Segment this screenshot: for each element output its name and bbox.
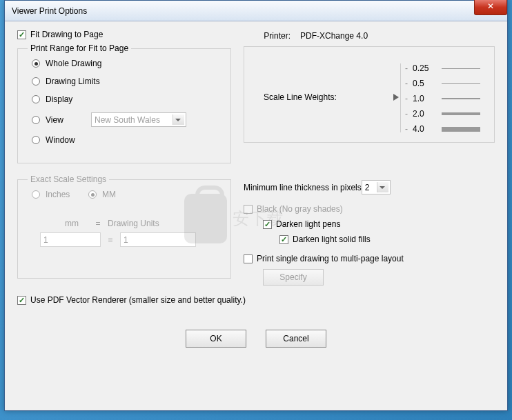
- du-header: Drawing Units: [108, 219, 184, 228]
- scale-val-2: 1.0: [410, 94, 435, 103]
- scale-weights-box: Scale Line Weights: -0.25 -0.5 -1.0 -2.0…: [244, 46, 495, 143]
- printer-label: Printer:: [244, 31, 291, 41]
- scale-val-1: 0.5: [410, 79, 435, 88]
- black-no-gray-checkbox: [244, 205, 253, 214]
- window-title: Viewer Print Options: [9, 6, 87, 16]
- radio-display[interactable]: [32, 95, 40, 103]
- exact-scale-fieldset: Exact Scale Settings Inches MM mm = Draw…: [17, 174, 231, 279]
- eq-sym: =: [101, 235, 120, 245]
- darken-pens-label: Darken light pens: [276, 219, 340, 229]
- slider-pointer-icon[interactable]: [393, 94, 399, 101]
- multi-page-label: Print single drawing to multi-page layou…: [257, 254, 404, 263]
- mm-header: mm: [55, 219, 88, 228]
- dialog-window: Viewer Print Options ✕ Fit Drawing to Pa…: [4, 0, 508, 411]
- radio-display-label: Display: [46, 94, 72, 104]
- print-range-legend: Print Range for Fit to Page: [28, 43, 131, 53]
- scale-bar-3: [442, 112, 480, 115]
- radio-window-label: Window: [46, 135, 75, 145]
- radio-whole-label: Whole Drawing: [46, 59, 101, 68]
- min-thickness-value: 2: [365, 183, 370, 192]
- radio-inches: [32, 190, 40, 199]
- slider-track: [400, 63, 401, 132]
- scale-weights-slider[interactable]: -0.25 -0.5 -1.0 -2.0 -4.0: [403, 61, 480, 137]
- titlebar[interactable]: Viewer Print Options ✕: [5, 1, 507, 21]
- scale-bar-4: [442, 127, 480, 132]
- min-thickness-combo[interactable]: 2: [362, 180, 391, 194]
- radio-view[interactable]: [32, 116, 40, 124]
- fit-drawing-checkbox[interactable]: [17, 30, 26, 39]
- radio-mm: [88, 190, 97, 199]
- radio-window[interactable]: [32, 136, 40, 144]
- view-combo-value: New South Wales: [95, 115, 160, 125]
- min-thickness-label: Minimum line thickness in pixels: [244, 183, 362, 192]
- specify-button: Specify: [263, 269, 324, 286]
- radio-view-label: View: [46, 115, 91, 125]
- fit-drawing-label: Fit Drawing to Page: [30, 30, 103, 39]
- ok-button[interactable]: OK: [186, 330, 246, 348]
- exact-scale-legend: Exact Scale Settings: [28, 174, 109, 184]
- view-combo[interactable]: New South Wales: [91, 112, 186, 127]
- dialog-content: Fit Drawing to Page Print Range for Fit …: [5, 21, 507, 356]
- scale-bar-1: [442, 83, 480, 84]
- scale-val-4: 4.0: [410, 124, 435, 134]
- multi-page-checkbox[interactable]: [244, 254, 253, 263]
- scale-bar-0: [442, 68, 480, 69]
- pdf-renderer-checkbox[interactable]: [17, 296, 26, 305]
- close-button[interactable]: ✕: [474, 0, 507, 15]
- darken-fills-label: Darken light solid fills: [293, 234, 371, 244]
- black-no-gray-label: Black (No gray shades): [257, 204, 343, 214]
- darken-pens-checkbox[interactable]: [263, 220, 272, 229]
- darken-fills-checkbox[interactable]: [279, 235, 288, 244]
- inches-label: Inches: [46, 190, 88, 199]
- scale-val-0: 0.25: [410, 63, 435, 73]
- radio-drawing-limits[interactable]: [32, 77, 40, 86]
- scale-weights-label: Scale Line Weights:: [264, 92, 337, 102]
- radio-whole-drawing[interactable]: [32, 59, 40, 68]
- scale-bar-2: [442, 98, 480, 99]
- cancel-button[interactable]: Cancel: [266, 330, 326, 348]
- mm-input: 1: [40, 232, 101, 247]
- scale-val-3: 2.0: [410, 109, 435, 119]
- printer-value: PDF-XChange 4.0: [300, 31, 368, 41]
- print-range-fieldset: Print Range for Fit to Page Whole Drawin…: [17, 43, 231, 163]
- pdf-renderer-label: Use PDF Vector Renderer (smaller size an…: [30, 295, 246, 305]
- mm-label: MM: [102, 190, 116, 199]
- eq-header: =: [88, 219, 108, 228]
- du-input: 1: [120, 232, 196, 247]
- radio-limits-label: Drawing Limits: [46, 77, 100, 86]
